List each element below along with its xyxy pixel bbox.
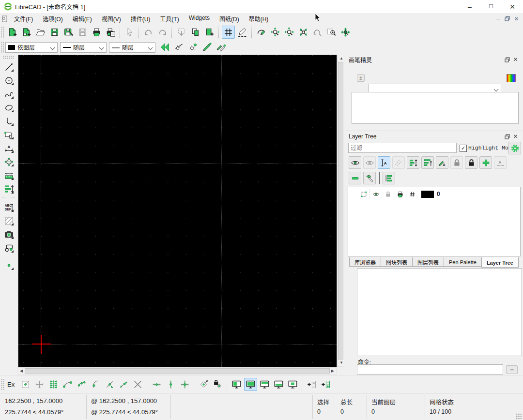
dock-tab-pen-palette[interactable]: Pen Palette [444, 257, 482, 267]
select-tool[interactable] [2, 128, 15, 141]
new-from-template-button[interactable] [20, 26, 33, 39]
line-tool[interactable] [2, 60, 15, 74]
rename-layer-button[interactable]: A [436, 156, 448, 169]
zoom-window-button[interactable] [325, 26, 338, 39]
maximize-button[interactable]: ☐ [480, 0, 502, 13]
save-as-button[interactable] [62, 26, 75, 39]
toolbar-handle[interactable] [1, 42, 4, 53]
restrict-vertical-button[interactable] [164, 378, 177, 391]
layer-activated-button[interactable]: A [378, 156, 390, 169]
defreeze-layer-button[interactable] [383, 172, 395, 184]
highlight-mode-checkbox[interactable]: ✓ [460, 145, 467, 152]
selection-rect-icon[interactable] [358, 189, 369, 199]
snap-distance-button[interactable] [117, 378, 130, 391]
layer-row[interactable]: 0 [358, 188, 520, 200]
modify-tool[interactable] [2, 155, 15, 168]
dock-widgets-top-button[interactable] [258, 378, 271, 391]
construction-layer-button[interactable] [392, 156, 405, 169]
dock-tab-图层列表[interactable]: 图层列表 [412, 257, 444, 267]
curve-tool[interactable] [2, 88, 15, 101]
add-command-widget-button[interactable] [305, 378, 318, 391]
color-palette-button[interactable] [507, 74, 516, 82]
circle-tool[interactable] [2, 74, 15, 87]
pick-color-button[interactable] [186, 41, 200, 54]
ellipse-tool[interactable] [2, 101, 15, 114]
block-tool[interactable] [2, 241, 15, 255]
unlock-all-layers-button[interactable] [450, 156, 463, 169]
polyline-tool[interactable] [2, 115, 15, 128]
float-panel-icon[interactable] [503, 56, 511, 63]
dock-widgets-float-button[interactable] [286, 378, 299, 391]
select-pointer-button[interactable] [123, 26, 136, 39]
show-all-layers-button[interactable] [349, 156, 361, 169]
print-icon[interactable] [394, 189, 406, 199]
dock-widgets-bottom-button[interactable] [272, 378, 285, 391]
pen-wizard-list[interactable] [352, 92, 519, 124]
snap-intersection-button[interactable] [131, 378, 144, 391]
command-options-button[interactable]: ☰ [506, 365, 518, 374]
mdi-close-button[interactable]: ✕ [512, 15, 521, 23]
snap-points-button[interactable] [47, 378, 60, 391]
lock-relative-zero-button[interactable] [211, 378, 224, 391]
drawing-canvas[interactable] [18, 55, 337, 367]
redo-button[interactable] [156, 26, 169, 39]
snap-middle-button[interactable] [103, 378, 116, 391]
zoom-out-button[interactable] [283, 26, 296, 39]
add-pen-palette-button[interactable] [319, 378, 332, 391]
pick-pen-from-entity-button[interactable] [172, 41, 185, 54]
lock-icon[interactable] [382, 189, 394, 199]
cut-button[interactable] [175, 26, 188, 39]
sort-layers-button[interactable] [407, 156, 419, 169]
menu-edit[interactable]: 编辑(E) [68, 13, 97, 24]
toolbar-handle[interactable] [3, 56, 15, 59]
restrict-horizontal-button[interactable] [150, 378, 163, 391]
dock-widgets-left-button[interactable] [230, 378, 243, 391]
print-preview-button[interactable] [104, 26, 117, 39]
dock-tab-图块列表[interactable]: 图块列表 [381, 257, 413, 267]
snap-free-button[interactable] [19, 378, 32, 391]
eye-icon[interactable] [369, 189, 382, 199]
layer-color-swatch[interactable] [421, 191, 434, 198]
print-button[interactable] [90, 26, 103, 39]
add-layer-button[interactable] [479, 156, 492, 169]
mdi-minimize-button[interactable]: – [493, 15, 503, 23]
apply-pen-button[interactable] [200, 41, 214, 54]
draft-mode-button[interactable] [236, 26, 249, 39]
dock-widgets-full-button[interactable] [244, 378, 257, 391]
mdi-restore-button[interactable] [503, 15, 512, 23]
save-button[interactable] [48, 26, 61, 39]
undo-button[interactable] [142, 26, 155, 39]
snap-on-entity-button[interactable] [75, 378, 88, 391]
menu-options[interactable]: 选项(O) [38, 13, 67, 24]
modify-layer-button[interactable] [363, 172, 376, 184]
snap-grid-button[interactable] [33, 378, 46, 391]
text-tool[interactable]: ABCDEF [2, 201, 15, 214]
grid-toggle-button[interactable] [222, 26, 235, 39]
close-panel-icon[interactable]: ✕ [511, 133, 520, 140]
toolbar-handle[interactable] [1, 27, 4, 38]
zoom-pan-button[interactable] [339, 26, 352, 39]
copy-button[interactable] [189, 26, 202, 39]
zoom-auto-button[interactable] [297, 26, 310, 39]
back-button[interactable] [158, 41, 171, 54]
hatch-tool[interactable] [2, 214, 15, 227]
float-panel-icon[interactable] [503, 133, 511, 140]
close-panel-icon[interactable]: ✕ [511, 56, 520, 63]
pen-color-combo[interactable]: 依图层 [5, 42, 58, 53]
snap-center-button[interactable] [89, 378, 102, 391]
hide-all-layers-button[interactable] [363, 156, 376, 169]
layer-attributes-button[interactable]: A [494, 156, 507, 169]
pen-linetype-combo[interactable]: 随层 [60, 42, 107, 53]
command-history[interactable] [357, 268, 522, 356]
restrict-orthogonal-button[interactable] [178, 378, 191, 391]
copy-pen-button[interactable] [215, 41, 228, 54]
menu-tools[interactable]: 工具(T) [155, 13, 184, 24]
set-relative-zero-button[interactable] [197, 378, 210, 391]
dock-tab-库浏览器[interactable]: 库浏览器 [349, 257, 381, 267]
vertical-scrollbar[interactable]: ▲ ▼ [337, 55, 344, 367]
layer-filter-input[interactable] [348, 143, 457, 153]
paste-button[interactable] [203, 26, 216, 39]
zoom-in-button[interactable] [269, 26, 282, 39]
menu-plugins[interactable]: 插件(U) [126, 13, 155, 24]
menu-drawings[interactable]: 图纸(D) [215, 13, 244, 24]
